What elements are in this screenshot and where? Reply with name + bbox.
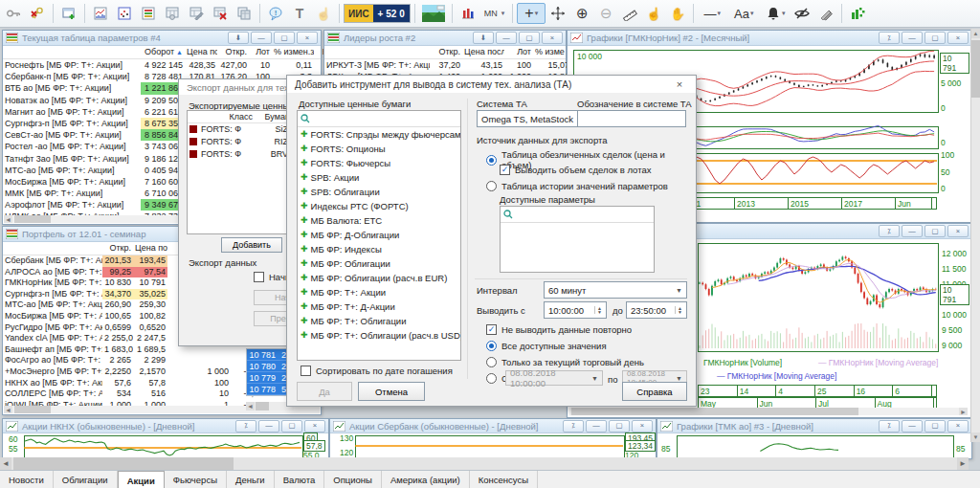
security-class-item[interactable]: ✚МБ ФР: Индексы: [298, 242, 460, 256]
tab-Консенсусы[interactable]: Консенсусы: [470, 471, 538, 488]
tab-Акции[interactable]: Акции: [118, 471, 165, 488]
close-button[interactable]: ×: [947, 225, 969, 237]
tab-Облигации[interactable]: Облигации: [54, 471, 118, 488]
chart-pane[interactable]: [698, 243, 939, 352]
column-header[interactable]: % измен.з: [272, 46, 314, 58]
spinner-icon[interactable]: ▲▼: [594, 306, 602, 314]
scroll-left-icon[interactable]: ◄: [4, 406, 12, 413]
security-class-item[interactable]: ✚FORTS: Опционы: [298, 142, 460, 156]
minimize-button[interactable]: —: [496, 32, 517, 44]
scrollbar-thumb[interactable]: [14, 215, 51, 223]
minimize-button[interactable]: —: [902, 420, 923, 433]
percent-scale-button[interactable]: ⁒: [879, 32, 900, 44]
leaders-header-row[interactable]: Откр.Цена послЛот% изме ▲: [324, 46, 566, 59]
scatter-window-button[interactable]: [113, 3, 136, 24]
no-repeat-checkbox[interactable]: Не выводить данные повторно: [486, 324, 632, 335]
edit-table-button[interactable]: [185, 3, 208, 24]
line-style-button[interactable]: —▾: [698, 3, 726, 24]
scroll-right-icon[interactable]: ►: [957, 457, 969, 470]
column-header[interactable]: Лот: [504, 46, 533, 58]
nknh-body[interactable]: 60556057,855,0: [3, 433, 326, 458]
percent-scale-button[interactable]: ⁒: [879, 420, 900, 433]
scroll-left-icon[interactable]: ◄: [4, 215, 12, 223]
scrollbar-track[interactable]: [234, 457, 957, 470]
help-button[interactable]: Справка: [622, 382, 687, 401]
close-button[interactable]: ×: [297, 32, 318, 44]
chart-type-button[interactable]: [457, 3, 479, 24]
scroll-left-icon[interactable]: ◄: [246, 402, 255, 410]
sort-by-maturity-checkbox[interactable]: Сортировать по дате погашения: [301, 366, 453, 376]
column-header[interactable]: Класс: [188, 111, 255, 122]
column-header[interactable]: [324, 46, 430, 58]
security-class-item[interactable]: ✚МБ ФР: Т+: Акции: [298, 285, 460, 299]
maximize-button[interactable]: ▢: [274, 32, 295, 44]
chart-pane[interactable]: [355, 435, 625, 458]
close-button[interactable]: ×: [542, 32, 563, 44]
tab-Опционы[interactable]: Опционы: [324, 471, 382, 488]
scrollbar-thumb[interactable]: [14, 406, 51, 413]
security-class-item[interactable]: ✚МБ ФР: Облигации (расч.в EUR): [298, 271, 460, 285]
move-tool-button[interactable]: [546, 3, 569, 24]
today-only-radio[interactable]: Только за текущий торговый день: [486, 357, 644, 367]
pan-tool-button[interactable]: ✋: [666, 3, 689, 24]
tmk-body[interactable]: 8585: [657, 433, 969, 458]
security-class-item[interactable]: ✚МБ Валюта: ETC: [298, 213, 460, 228]
zoom-in-tool-button[interactable]: ⊕: [570, 3, 593, 24]
security-class-item[interactable]: ✚FORTS: Спрэды между фьючерсами: [298, 127, 460, 142]
timeframe-select[interactable]: MN▾: [480, 9, 509, 18]
column-header[interactable]: [3, 46, 141, 58]
market-depth-button[interactable]: [846, 3, 869, 24]
chart-pane[interactable]: [24, 435, 303, 458]
minimize-button[interactable]: —: [586, 420, 607, 433]
column-header[interactable]: Лот: [249, 46, 272, 58]
spinner-icon[interactable]: ▲▼: [675, 306, 682, 314]
maximize-button[interactable]: ▢: [519, 32, 540, 44]
hide-tool-button[interactable]: [791, 3, 813, 24]
range-from-input[interactable]: 08.08.2018 10:00:00▼: [505, 370, 603, 386]
to-time-spinner[interactable]: 23:50:00▲▼: [626, 301, 687, 319]
percent-scale-button[interactable]: ⁒: [563, 420, 584, 433]
all-values-radio[interactable]: Все доступные значения: [486, 341, 607, 351]
create-window-button[interactable]: [57, 3, 80, 24]
scrollbar-thumb[interactable]: [13, 457, 234, 470]
tab-Америка (акции)[interactable]: Америка (акции): [382, 471, 470, 488]
copy-table-button[interactable]: [233, 3, 256, 24]
params-titlebar[interactable]: Текущая таблица параметров #4 ⬇ — ▢ ×: [3, 31, 321, 46]
zoom-out-tool-button[interactable]: ⊖: [594, 3, 617, 24]
maximize-button[interactable]: ▢: [609, 420, 630, 433]
security-class-item[interactable]: ✚SPB: Акции: [298, 170, 460, 185]
minimize-button[interactable]: —: [902, 225, 923, 237]
delete-key-button[interactable]: [26, 3, 49, 24]
notification-button[interactable]: !: [264, 3, 287, 24]
close-button[interactable]: ×: [947, 32, 969, 44]
securities-listbox[interactable]: ✚FORTS: Спрэды между фьючерсами✚FORTS: О…: [297, 110, 461, 361]
text-label-button[interactable]: T: [288, 3, 311, 24]
security-class-item[interactable]: ✚SPB: Облигации: [298, 185, 460, 199]
percent-scale-button[interactable]: ⁒: [879, 225, 900, 237]
close-icon[interactable]: ×: [671, 78, 688, 90]
chart-window-button[interactable]: [89, 3, 112, 24]
column-header[interactable]: Откр.: [430, 46, 462, 58]
column-header[interactable]: [3, 242, 102, 255]
scroll-right-icon[interactable]: ►: [959, 408, 968, 415]
security-class-item[interactable]: ✚МБ ФР: Д-Облигации: [298, 228, 460, 242]
crosshair-tool-button[interactable]: +▾: [517, 3, 546, 24]
params-search[interactable]: [501, 207, 654, 223]
maximize-button[interactable]: ▢: [924, 420, 946, 433]
chart-monthly-titlebar[interactable]: Графики [ГМКНорНик] #2 - [Месячный] ⁒ — …: [568, 31, 971, 46]
maximize-button[interactable]: ▢: [924, 225, 946, 237]
params-listbox[interactable]: [500, 206, 655, 273]
history-table-radio[interactable]: Таблица истории значений параметров: [486, 181, 668, 191]
security-class-item[interactable]: ✚МБ ФР: Т+: Облигации: [298, 314, 460, 328]
close-button[interactable]: ×: [304, 420, 325, 433]
tab-Фьючерсы[interactable]: Фьючерсы: [165, 471, 227, 488]
workspace-vertical-scrollbar[interactable]: ▲ ▼: [970, 29, 980, 442]
tab-Валюта[interactable]: Валюта: [275, 471, 325, 488]
column-header[interactable]: Цена посл: [462, 46, 504, 58]
scrollbar-thumb[interactable]: [256, 402, 269, 410]
table-row[interactable]: Роснефть [МБ ФР: Т+: Акции]4 922 145428,…: [3, 59, 321, 71]
ruler-tool-button[interactable]: [618, 3, 641, 24]
column-header[interactable]: Цена пос.: [133, 242, 167, 255]
maximize-button[interactable]: ▢: [924, 32, 946, 44]
scroll-left-icon[interactable]: ◄: [0, 457, 11, 470]
